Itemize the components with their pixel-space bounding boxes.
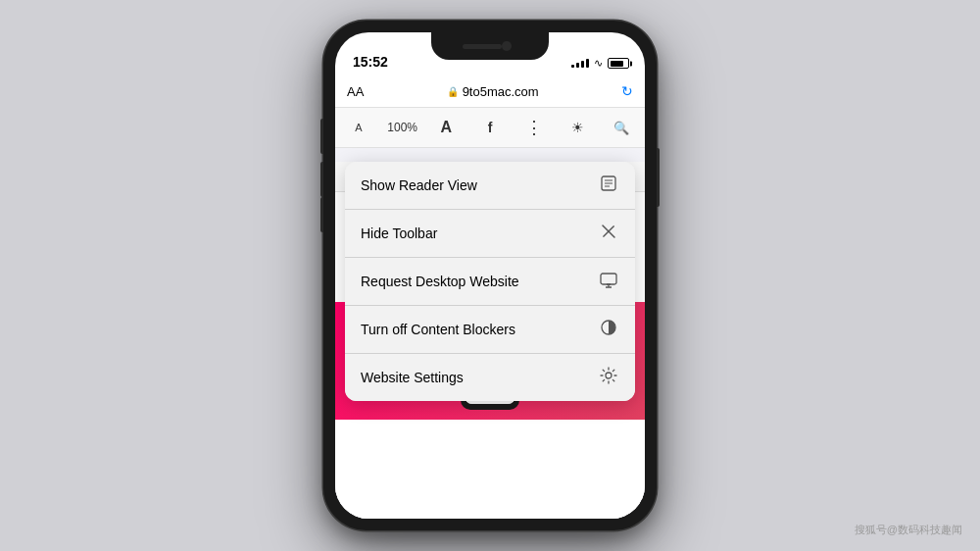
url-text: 9to5mac.com bbox=[463, 84, 539, 99]
wifi-icon: ∿ bbox=[594, 57, 603, 70]
turn-off-blockers-icon bbox=[598, 319, 619, 340]
phone-wrapper: 15:52 ∿ bbox=[323, 21, 657, 530]
font-large-button[interactable]: A bbox=[432, 114, 460, 141]
watermark: 搜狐号@数码科技趣闻 bbox=[855, 523, 962, 537]
url-aa-label[interactable]: AA bbox=[347, 84, 364, 99]
more-button[interactable]: ⋮ bbox=[520, 114, 548, 141]
browser-toolbar: A 100% A f ⋮ ☀ 🔍 bbox=[335, 108, 645, 148]
zoom-level[interactable]: 100% bbox=[389, 114, 416, 141]
url-bar: AA 🔒 9to5mac.com ↻ bbox=[335, 75, 645, 108]
lock-icon: 🔒 bbox=[447, 86, 459, 97]
refresh-icon[interactable]: ↻ bbox=[621, 83, 633, 99]
menu-label-turn-off-blockers: Turn off Content Blockers bbox=[361, 322, 515, 337]
menu-label-request-desktop: Request Desktop Website bbox=[361, 274, 519, 289]
bar1 bbox=[571, 65, 574, 68]
notch bbox=[431, 32, 549, 60]
status-icons: ∿ bbox=[571, 57, 629, 70]
page-background: 15:52 ∿ bbox=[0, 0, 980, 551]
menu-item-show-reader-view[interactable]: Show Reader View bbox=[345, 162, 635, 210]
browser-content: AA 🔒 9to5mac.com ↻ A 100% A f ⋮ bbox=[335, 75, 645, 519]
hide-toolbar-icon bbox=[598, 223, 619, 244]
menu-item-turn-off-blockers[interactable]: Turn off Content Blockers bbox=[345, 306, 635, 354]
battery-fill bbox=[611, 61, 624, 67]
menu-label-website-settings: Website Settings bbox=[361, 370, 464, 385]
svg-point-11 bbox=[606, 373, 612, 378]
dropdown-menu: Show Reader View Hi bbox=[345, 162, 635, 401]
menu-item-hide-toolbar[interactable]: Hide Toolbar bbox=[345, 210, 635, 258]
website-settings-icon bbox=[598, 367, 619, 388]
phone-body: 15:52 ∿ bbox=[323, 21, 657, 530]
status-time: 15:52 bbox=[351, 54, 388, 70]
battery-icon bbox=[608, 58, 629, 69]
reader-view-icon bbox=[598, 175, 619, 196]
notch-camera bbox=[502, 41, 512, 51]
menu-item-website-settings[interactable]: Website Settings bbox=[345, 354, 635, 401]
font-small-button[interactable]: A bbox=[345, 114, 372, 141]
menu-label-hide-toolbar: Hide Toolbar bbox=[361, 225, 437, 241]
facebook-button[interactable]: f bbox=[476, 114, 504, 141]
phone-screen: 15:52 ∿ bbox=[335, 32, 645, 519]
search-button[interactable]: 🔍 bbox=[608, 114, 635, 141]
bar2 bbox=[576, 63, 579, 68]
notch-speaker bbox=[463, 44, 502, 49]
bar4 bbox=[586, 59, 589, 68]
menu-item-request-desktop[interactable]: Request Desktop Website bbox=[345, 258, 635, 306]
svg-rect-6 bbox=[601, 274, 616, 284]
menu-label-show-reader-view: Show Reader View bbox=[361, 177, 477, 193]
signal-bars bbox=[571, 59, 589, 68]
url-field[interactable]: 🔒 9to5mac.com bbox=[371, 84, 613, 99]
request-desktop-icon bbox=[598, 271, 619, 292]
bar3 bbox=[581, 61, 584, 68]
brightness-button[interactable]: ☀ bbox=[564, 114, 591, 141]
